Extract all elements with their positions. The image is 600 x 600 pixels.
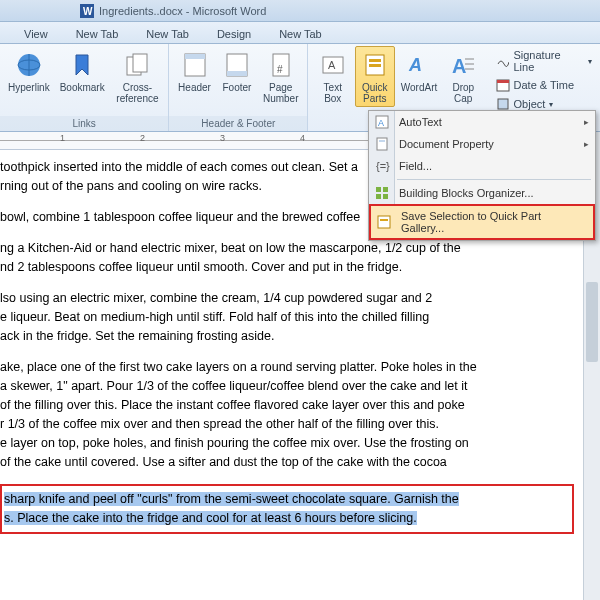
bookmark-button[interactable]: Bookmark <box>56 46 109 96</box>
dropcap-button[interactable]: A Drop Cap <box>443 46 483 107</box>
textbox-icon: A <box>317 49 349 81</box>
svg-rect-35 <box>380 219 388 221</box>
date-time-button[interactable]: Date & Time <box>494 77 594 93</box>
svg-text:A: A <box>452 55 466 77</box>
svg-rect-9 <box>227 71 247 76</box>
hyperlink-button[interactable]: Hyperlink <box>4 46 54 96</box>
svg-rect-7 <box>185 54 205 59</box>
signature-line-button[interactable]: Signature Line ▾ <box>494 48 594 74</box>
header-icon <box>179 49 211 81</box>
tab-new1[interactable]: New Tab <box>62 25 133 43</box>
wordart-icon: A <box>403 49 435 81</box>
footer-button[interactable]: Footer <box>217 46 257 96</box>
ribbon-tabs: View New Tab New Tab Design New Tab <box>0 22 600 44</box>
svg-rect-24 <box>498 99 508 109</box>
svg-text:{=}: {=} <box>376 160 390 172</box>
field-icon: {=} <box>373 157 391 175</box>
svg-rect-28 <box>379 140 385 142</box>
svg-text:A: A <box>408 55 422 75</box>
svg-rect-5 <box>133 54 147 72</box>
scroll-thumb[interactable] <box>586 282 598 362</box>
blocks-icon <box>373 184 391 202</box>
globe-icon <box>13 49 45 81</box>
save-gallery-icon <box>375 213 393 231</box>
crossref-icon <box>121 49 153 81</box>
menu-document-property[interactable]: Document Property <box>369 133 595 155</box>
svg-text:#: # <box>277 64 283 75</box>
page-number-icon: # <box>265 49 297 81</box>
svg-rect-31 <box>383 187 388 192</box>
word-icon: W <box>80 4 94 18</box>
bookmark-icon <box>66 49 98 81</box>
quick-parts-icon <box>359 49 391 81</box>
textbox-button[interactable]: A Text Box <box>313 46 353 107</box>
window-title: Ingredients..docx - Microsoft Word <box>99 5 266 17</box>
docprop-icon <box>373 135 391 153</box>
menu-autotext[interactable]: A AutoText <box>369 111 595 133</box>
dropcap-icon: A <box>447 49 479 81</box>
title-bar: W Ingredients..docx - Microsoft Word <box>0 0 600 22</box>
svg-text:W: W <box>83 6 93 17</box>
signature-icon <box>496 54 510 68</box>
menu-separator <box>397 179 591 180</box>
ribbon-group-links: Hyperlink Bookmark Cross-reference Links <box>0 44 169 131</box>
svg-rect-33 <box>383 194 388 199</box>
svg-rect-16 <box>369 64 381 67</box>
svg-rect-15 <box>369 59 381 62</box>
svg-rect-30 <box>376 187 381 192</box>
autotext-icon: A <box>373 113 391 131</box>
quick-parts-button[interactable]: Quick Parts <box>355 46 395 107</box>
ribbon-group-header-footer: Header Footer # Page Number Header & Foo… <box>169 44 308 131</box>
menu-building-blocks[interactable]: Building Blocks Organizer... <box>369 182 595 204</box>
footer-icon <box>221 49 253 81</box>
header-button[interactable]: Header <box>174 46 215 96</box>
page-number-button[interactable]: # Page Number <box>259 46 303 107</box>
svg-rect-23 <box>497 80 509 83</box>
menu-field[interactable]: {=} Field... <box>369 155 595 177</box>
tab-design[interactable]: Design <box>203 25 265 43</box>
svg-text:A: A <box>328 59 336 71</box>
crossref-button[interactable]: Cross-reference <box>111 46 164 107</box>
tab-new2[interactable]: New Tab <box>132 25 203 43</box>
wordart-button[interactable]: A WordArt <box>397 46 442 96</box>
svg-rect-27 <box>377 138 387 150</box>
selected-text-highlight: sharp knife and peel off "curls" from th… <box>0 484 574 534</box>
svg-rect-34 <box>378 216 390 228</box>
menu-save-selection[interactable]: Save Selection to Quick Part Gallery... <box>369 204 595 240</box>
object-icon <box>496 97 510 111</box>
quick-parts-dropdown: A AutoText Document Property {=} Field..… <box>368 110 596 241</box>
svg-text:A: A <box>378 118 384 128</box>
tab-new3[interactable]: New Tab <box>265 25 336 43</box>
svg-rect-32 <box>376 194 381 199</box>
calendar-icon <box>496 78 510 92</box>
tab-view[interactable]: View <box>10 25 62 43</box>
